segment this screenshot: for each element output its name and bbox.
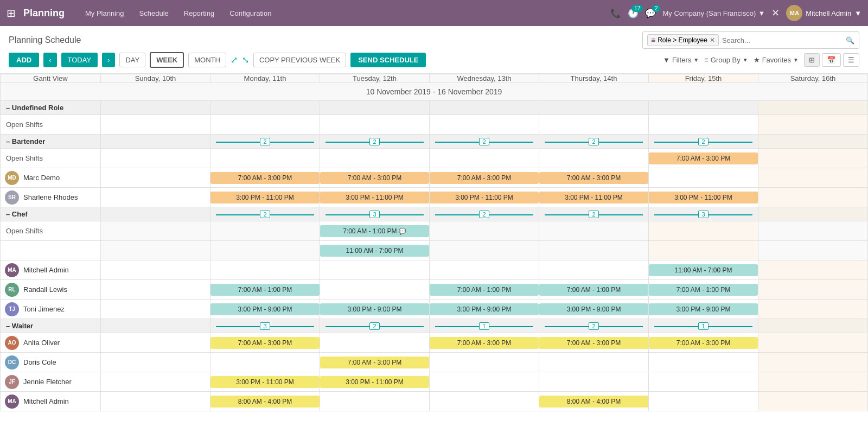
shift-block[interactable]: 3:00 PM - 11:00 PM	[539, 192, 648, 203]
shift-block[interactable]: 7:00 AM - 3:00 PM	[649, 152, 758, 164]
empty-shift-cell[interactable]	[101, 168, 210, 188]
shift-block[interactable]: 3:00 PM - 9:00 PM	[539, 303, 648, 315]
shift-block[interactable]: 7:00 AM - 3:00 PM	[539, 172, 648, 184]
shift-cell[interactable]	[210, 241, 320, 260]
shift-cell[interactable]: 8:00 AM - 4:00 PM	[210, 392, 320, 411]
search-icon[interactable]: 🔍	[846, 36, 854, 44]
empty-shift-cell[interactable]	[101, 149, 210, 168]
empty-shift-cell[interactable]	[210, 115, 320, 135]
shift-cell[interactable]: 3:00 PM - 11:00 PM	[649, 188, 758, 207]
shift-cell[interactable]: 7:00 AM - 3:00 PM	[210, 333, 320, 353]
empty-shift-cell[interactable]	[210, 353, 320, 372]
shift-cell[interactable]	[758, 221, 868, 241]
empty-shift-cell[interactable]	[649, 353, 758, 372]
shift-cell[interactable]	[539, 241, 649, 260]
empty-shift-cell[interactable]	[210, 149, 320, 168]
empty-shift-cell[interactable]	[758, 115, 868, 135]
shift-cell[interactable]: 7:00 AM - 3:00 PM	[430, 168, 539, 188]
shift-cell[interactable]: 3:00 PM - 11:00 PM	[320, 372, 430, 392]
today-button[interactable]: TODAY	[61, 53, 98, 67]
shift-cell[interactable]: 3:00 PM - 11:00 PM	[210, 372, 320, 392]
shift-block[interactable]: 3:00 PM - 9:00 PM	[430, 303, 539, 315]
empty-shift-cell[interactable]	[320, 280, 430, 300]
empty-shift-cell[interactable]	[758, 392, 868, 411]
empty-shift-cell[interactable]	[101, 333, 210, 353]
shift-cell[interactable]: 3:00 PM - 11:00 PM	[210, 188, 320, 207]
empty-shift-cell[interactable]	[101, 280, 210, 300]
favorites-button[interactable]: ★ Favorites ▼	[754, 56, 799, 64]
empty-shift-cell[interactable]	[101, 353, 210, 372]
shift-cell[interactable]: 7:00 AM - 1:00 PM	[210, 280, 320, 300]
empty-shift-cell[interactable]	[649, 392, 758, 411]
empty-shift-cell[interactable]	[758, 333, 868, 353]
shift-block[interactable]: 3:00 PM - 11:00 PM	[430, 192, 539, 203]
shift-block[interactable]: 7:00 AM - 3:00 PM	[649, 337, 758, 349]
gantt-view-icon-button[interactable]: ⊞	[804, 53, 820, 67]
empty-shift-cell[interactable]	[101, 392, 210, 411]
shift-block[interactable]: 7:00 AM - 3:00 PM	[210, 337, 320, 349]
empty-shift-cell[interactable]	[430, 353, 539, 372]
add-button[interactable]: ADD	[9, 53, 39, 67]
shift-cell[interactable]: 7:00 AM - 3:00 PM	[320, 353, 430, 372]
shift-cell[interactable]: 11:00 AM - 7:00 PM	[649, 260, 758, 280]
shift-block[interactable]: 3:00 PM - 11:00 PM	[210, 192, 320, 203]
shift-cell[interactable]: 7:00 AM - 1:00 PM 💬	[320, 221, 430, 241]
shift-cell[interactable]: 3:00 PM - 11:00 PM	[539, 188, 649, 207]
company-selector[interactable]: My Company (San Francisco) ▼	[662, 9, 765, 17]
empty-shift-cell[interactable]	[758, 353, 868, 372]
empty-shift-cell[interactable]	[539, 149, 649, 168]
shift-cell[interactable]	[649, 221, 758, 241]
shift-cell[interactable]	[101, 221, 210, 241]
shift-block[interactable]: 7:00 AM - 1:00 PM	[539, 284, 648, 296]
prev-button[interactable]: ‹	[43, 53, 56, 67]
empty-shift-cell[interactable]	[539, 353, 649, 372]
shift-block[interactable]: 11:00 AM - 7:00 PM	[649, 264, 758, 276]
shift-block[interactable]: 3:00 PM - 9:00 PM	[320, 303, 429, 315]
empty-shift-cell[interactable]	[320, 115, 430, 135]
empty-shift-cell[interactable]	[101, 300, 210, 319]
shift-cell[interactable]: 7:00 AM - 3:00 PM	[539, 168, 649, 188]
shift-cell[interactable]: 7:00 AM - 3:00 PM	[539, 333, 649, 353]
empty-shift-cell[interactable]	[649, 115, 758, 135]
empty-shift-cell[interactable]	[539, 372, 649, 392]
phone-icon[interactable]: 📞	[610, 8, 621, 18]
empty-shift-cell[interactable]	[101, 188, 210, 207]
shift-cell[interactable]	[210, 221, 320, 241]
shift-cell[interactable]	[430, 241, 539, 260]
shift-block[interactable]: 8:00 AM - 4:00 PM	[210, 396, 320, 408]
messages-wrap[interactable]: 💬 2	[645, 8, 656, 18]
user-info[interactable]: MA Mitchell Admin ▼	[786, 5, 861, 21]
empty-shift-cell[interactable]	[320, 333, 430, 353]
shift-cell[interactable]: 11:00 AM - 7:00 PM	[320, 241, 430, 260]
empty-shift-cell[interactable]	[210, 260, 320, 280]
empty-shift-cell[interactable]	[320, 392, 430, 411]
shift-block[interactable]: 3:00 PM - 9:00 PM	[649, 303, 758, 315]
shift-cell[interactable]: 7:00 AM - 3:00 PM	[320, 168, 430, 188]
nav-schedule[interactable]: Schedule	[134, 7, 174, 20]
day-view-button[interactable]: DAY	[119, 53, 145, 67]
empty-shift-cell[interactable]	[758, 149, 868, 168]
empty-shift-cell[interactable]	[101, 372, 210, 392]
calendar-view-icon-button[interactable]: 📅	[822, 53, 841, 67]
shift-cell[interactable]: 7:00 AM - 1:00 PM	[539, 280, 649, 300]
empty-shift-cell[interactable]	[320, 260, 430, 280]
shift-block[interactable]: 7:00 AM - 3:00 PM	[539, 337, 648, 349]
empty-shift-cell[interactable]	[430, 372, 539, 392]
filter-remove-icon[interactable]: ✕	[710, 36, 715, 44]
list-view-icon-button[interactable]: ☰	[843, 53, 859, 67]
empty-shift-cell[interactable]	[430, 149, 539, 168]
shift-cell[interactable]: 7:00 AM - 1:00 PM	[430, 280, 539, 300]
notifications-wrap[interactable]: 🕐 17	[628, 8, 639, 18]
empty-shift-cell[interactable]	[430, 115, 539, 135]
empty-shift-cell[interactable]	[758, 372, 868, 392]
app-grid-icon[interactable]: ⊞	[7, 7, 16, 20]
nav-reporting[interactable]: Reporting	[178, 7, 220, 20]
shift-cell[interactable]	[758, 241, 868, 260]
empty-shift-cell[interactable]	[101, 115, 210, 135]
empty-shift-cell[interactable]	[101, 260, 210, 280]
shift-block[interactable]: 3:00 PM - 11:00 PM	[649, 192, 758, 203]
nav-my-planning[interactable]: My Planning	[80, 7, 130, 20]
empty-shift-cell[interactable]	[758, 280, 868, 300]
nav-configuration[interactable]: Configuration	[224, 7, 277, 20]
empty-shift-cell[interactable]	[430, 392, 539, 411]
